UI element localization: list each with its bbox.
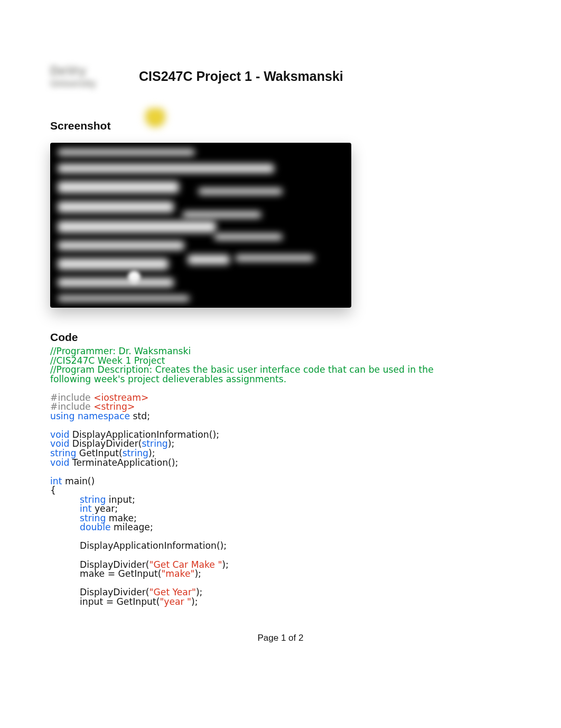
code-text: std; [130, 411, 150, 421]
code-text: ); [191, 596, 198, 607]
code-type: double [80, 522, 111, 532]
page-number: Page 1 of 2 [258, 633, 304, 643]
code-text: ); [168, 438, 175, 449]
terminal-screenshot [50, 143, 351, 308]
code-keyword: namespace [78, 411, 130, 421]
code-string: "make" [161, 568, 194, 579]
screenshot-heading: Screenshot [50, 119, 511, 132]
terminal-line [58, 221, 216, 233]
code-text: input = GetInput( [80, 596, 160, 607]
logo-text-bottom: University [50, 78, 124, 89]
logo-torch-icon [145, 108, 165, 130]
logo-text-top: DeVry [50, 63, 124, 78]
terminal-line [58, 296, 190, 301]
terminal-line [58, 259, 169, 270]
code-comment: //Program Description: Creates the basic… [50, 365, 457, 384]
terminal-line [58, 201, 174, 213]
page-footer: Page 1 of 2 [0, 633, 561, 643]
terminal-line [214, 234, 283, 240]
terminal-line [235, 255, 314, 261]
code-block: //Programmer: Dr. Waksmanski //CIS247C W… [50, 347, 511, 606]
code-keyword: void [50, 457, 69, 468]
terminal-line [58, 241, 184, 250]
university-logo: DeVry University [50, 53, 124, 99]
terminal-line [182, 211, 261, 218]
terminal-line [58, 164, 274, 173]
code-text: ); [194, 568, 201, 579]
page-title: CIS247C Project 1 - Waksmanski [139, 69, 343, 84]
code-text: { [50, 485, 56, 495]
code-text: make = GetInput( [80, 568, 161, 579]
code-text: TerminateApplication(); [69, 457, 178, 468]
terminal-line [58, 149, 195, 155]
code-heading: Code [50, 331, 511, 344]
terminal-line [188, 255, 230, 264]
code-text: DisplayApplicationInformation(); [80, 540, 227, 551]
terminal-line [198, 188, 283, 195]
code-text: ); [222, 559, 229, 570]
code-text: mileage; [111, 522, 153, 532]
code-keyword: using [50, 411, 74, 421]
document-page: DeVry University CIS247C Project 1 - Wak… [0, 0, 561, 728]
code-string: "year " [160, 596, 191, 607]
code-text: main() [62, 476, 95, 486]
header-row: DeVry University CIS247C Project 1 - Wak… [50, 53, 511, 99]
terminal-line [58, 181, 179, 193]
terminal-line [58, 278, 174, 287]
